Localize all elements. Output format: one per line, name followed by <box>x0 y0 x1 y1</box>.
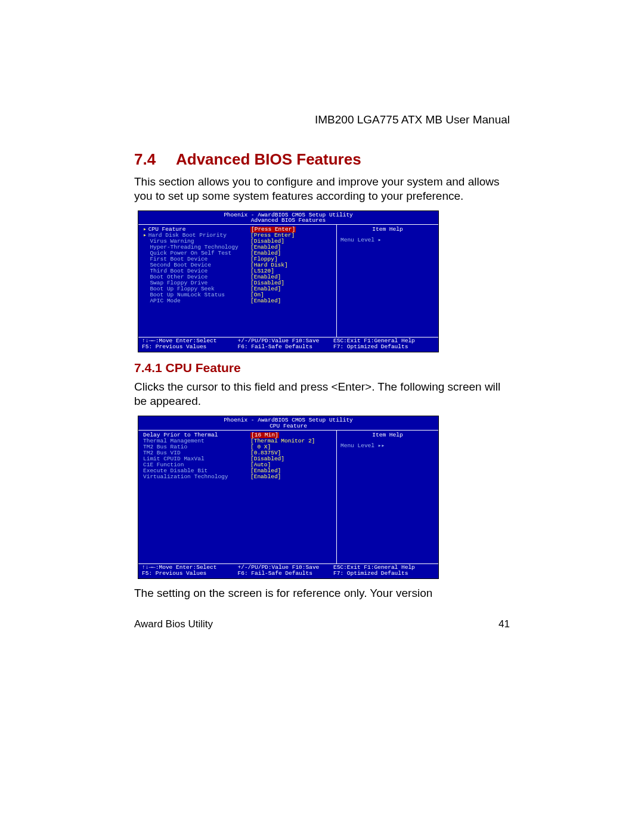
footer-prev: F5: Previous Values <box>142 571 238 577</box>
section-name: Advanced BIOS Features <box>176 150 361 168</box>
setting-value: [Enabled] <box>250 474 281 480</box>
page-footer: Award Bios Utility 41 <box>134 618 510 630</box>
bios-setting-row: Virtualization Technology[Enabled] <box>143 474 333 480</box>
bios-help-pane: Item Help Menu Level ▸▸ <box>337 431 438 563</box>
help-title: Item Help <box>340 432 435 438</box>
footer-prev: F5: Previous Values <box>142 344 238 350</box>
setting-label: APIC Mode <box>143 298 250 304</box>
footer-failsafe: F6: Fail-Safe Defaults <box>238 344 334 350</box>
section-number: 7.4 <box>134 150 176 169</box>
bios-settings-pane: ▸CPU Feature[Press Enter]▸Hard Disk Boot… <box>138 225 337 337</box>
intro-paragraph: This section allows you to configure and… <box>134 175 510 203</box>
subsection-number: 7.4.1 <box>134 361 162 374</box>
bios-title: Phoenix - AwardBIOS CMOS Setup Utility A… <box>138 211 438 225</box>
setting-value: [Enabled] <box>250 298 281 304</box>
help-title: Item Help <box>340 227 435 233</box>
menu-level: Menu Level ▸ <box>340 237 435 243</box>
footer-page-number: 41 <box>499 618 510 630</box>
setting-label: Virtualization Technology <box>143 474 250 480</box>
bios-title: Phoenix - AwardBIOS CMOS Setup Utility C… <box>138 416 438 430</box>
bios-title-line2: Advanced BIOS Features <box>138 218 438 224</box>
bios-screenshot-advanced: Phoenix - AwardBIOS CMOS Setup Utility A… <box>138 210 439 353</box>
subsection-title: 7.4.1 CPU Feature <box>134 361 510 375</box>
footer-left: Award Bios Utility <box>134 618 213 630</box>
bios-setting-row: APIC Mode[Enabled] <box>143 298 333 304</box>
bios-settings-pane: Delay Prior to Thermal[16 Min]Thermal Ma… <box>138 431 337 563</box>
bios-screenshot-cpu: Phoenix - AwardBIOS CMOS Setup Utility C… <box>138 416 439 579</box>
subsection-paragraph: Clicks the cursor to this field and pres… <box>134 380 510 408</box>
bios-footer: ↑↓→←:Move Enter:Select +/-/PU/PD:Value F… <box>138 337 438 352</box>
bios-help-pane: Item Help Menu Level ▸ <box>337 225 438 337</box>
footer-optimized: F7: Optimized Defaults <box>333 344 435 350</box>
footer-failsafe: F6: Fail-Safe Defaults <box>238 571 334 577</box>
subsection-name: CPU Feature <box>166 361 241 374</box>
bios-title-line2: CPU Feature <box>138 423 438 429</box>
section-title: 7.4Advanced BIOS Features <box>134 150 510 169</box>
footer-optimized: F7: Optimized Defaults <box>333 571 435 577</box>
tail-paragraph: The setting on the screen is for referen… <box>134 586 510 600</box>
bios-footer: ↑↓→←:Move Enter:Select +/-/PU/PD:Value F… <box>138 564 438 578</box>
menu-level: Menu Level ▸▸ <box>340 443 435 449</box>
running-header: IMB200 LGA775 ATX MB User Manual <box>134 113 510 126</box>
